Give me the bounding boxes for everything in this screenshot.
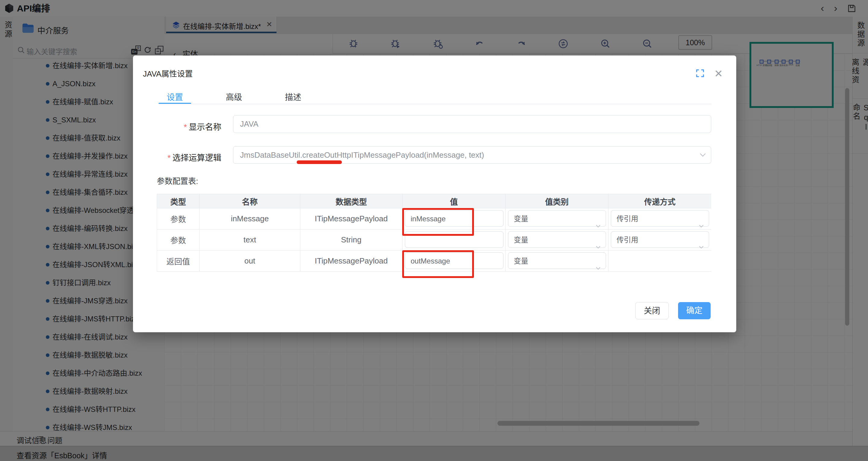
cell-name: out [199, 250, 300, 271]
params-table-label: 参数配置表: [157, 175, 198, 186]
chevron-down-icon [699, 153, 706, 159]
cell-valuekind: 变量 [506, 208, 608, 229]
cell-type: 返回值 [157, 250, 199, 271]
cell-datatype: ITipMessagePayload [300, 208, 402, 229]
close-button[interactable]: 关闭 [635, 302, 669, 319]
col-header-name: 名称 [199, 194, 300, 208]
cell-datatype: String [300, 229, 402, 250]
cell-value: inMessage [402, 208, 505, 229]
logic-select[interactable]: JmsDataBaseUtil.createOutHttpITipMessage… [233, 146, 711, 164]
dialog-title: JAVA属性设置 [143, 67, 193, 79]
col-header-value: 值 [402, 194, 505, 208]
tabs-divider [159, 104, 712, 104]
valuekind-select[interactable]: 变量 [508, 231, 606, 248]
params-table: 类型 名称 数据类型 值 值类别 传递方式 参数 inMessage ITipM… [157, 194, 711, 272]
close-icon[interactable]: ✕ [714, 67, 723, 80]
fullscreen-icon[interactable] [695, 69, 705, 79]
cell-passmode: 传引用 [609, 208, 711, 229]
tab-description[interactable]: 描述 [277, 91, 309, 102]
passmode-select[interactable]: 传引用 [611, 210, 709, 227]
cell-value: outMessage [402, 250, 505, 271]
display-name-label: *显示名称 [151, 121, 221, 132]
logic-label: *选择运算逻辑 [151, 151, 221, 163]
cell-valuekind: 变量 [506, 250, 608, 271]
col-header-passmode: 传递方式 [609, 194, 711, 208]
app-root: API编排 ‹ › 资源 中介服务 输入关键字搜索 文En [0, 0, 868, 461]
valuekind-select[interactable]: 变量 [508, 252, 606, 269]
col-header-valuekind: 值类别 [506, 194, 608, 208]
value-input[interactable]: inMessage [405, 210, 503, 227]
value-input[interactable] [405, 231, 503, 248]
cell-passmode-empty [609, 250, 711, 271]
cell-type: 参数 [157, 208, 199, 229]
required-asterisk: * [167, 153, 170, 162]
col-header-datatype: 数据类型 [300, 194, 402, 208]
confirm-button[interactable]: 确定 [678, 302, 711, 319]
display-name-input[interactable]: JAVA [233, 115, 711, 133]
required-asterisk: * [184, 123, 187, 132]
cell-value [402, 229, 505, 250]
cell-datatype: ITipMessagePayload [300, 250, 402, 271]
passmode-select[interactable]: 传引用 [611, 231, 709, 248]
col-header-type: 类型 [157, 194, 199, 208]
java-properties-dialog: JAVA属性设置 ✕ 设置 高级 描述 *显示名称 JAVA *选择运算逻辑 J… [133, 56, 736, 332]
cell-name: text [199, 229, 300, 250]
tab-advanced[interactable]: 高级 [218, 91, 250, 102]
chevron-down-icon [595, 259, 601, 276]
valuekind-select[interactable]: 变量 [508, 210, 606, 227]
cell-valuekind: 变量 [506, 229, 608, 250]
cell-name: inMessage [199, 208, 300, 229]
cell-type: 参数 [157, 229, 199, 250]
value-input[interactable]: outMessage [405, 252, 503, 269]
tab-settings[interactable]: 设置 [159, 91, 191, 102]
cell-passmode: 传引用 [609, 229, 711, 250]
